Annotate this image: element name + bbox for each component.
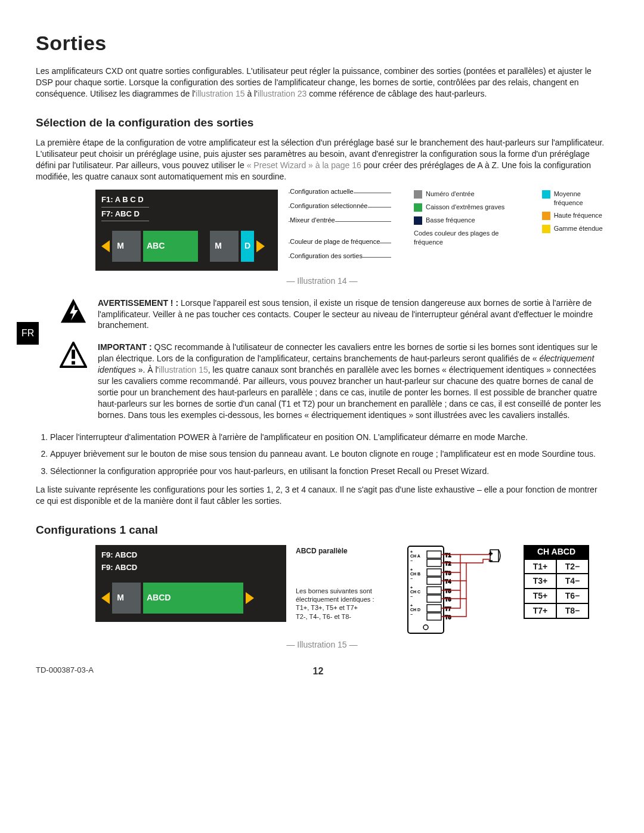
- svg-rect-16: [427, 595, 441, 602]
- step-3: Sélectionner la configuration appropriée…: [50, 466, 608, 477]
- svg-text:CH A: CH A: [410, 554, 420, 558]
- mixer-block-2: M: [210, 231, 239, 262]
- arrow-left-icon: [101, 240, 110, 252]
- terminal-table: CH ABCD T1+T2− T3+T4− T5+T6− T7+T8−: [524, 545, 589, 619]
- svg-text:−: −: [410, 594, 413, 599]
- warning-text: AVERTISSEMENT ! : Lorsque l'appareil est…: [98, 298, 608, 332]
- important-label: IMPORTANT :: [98, 342, 152, 352]
- svg-rect-3: [72, 350, 75, 359]
- terminal-header: CH ABCD: [524, 545, 589, 559]
- leader-2: Configuration sélectionnée: [290, 202, 367, 210]
- note-3: T2-, T4-, T6- et T8-: [296, 612, 397, 621]
- wiring-diagram: T1 T2 T3 T4 T5 T6 T7 T8 +CH A− +CH B− +C…: [407, 545, 514, 634]
- xref-illus-15: illustration 15: [196, 89, 245, 98]
- illus15-notes: ABCD parallèle Les bornes suivantes sont…: [296, 545, 397, 621]
- svg-text:−: −: [410, 577, 413, 581]
- illus-14-leaders: Configuration actuelle Configuration sél…: [289, 190, 391, 271]
- section-heading-2: Configurations 1 canal: [36, 522, 608, 538]
- intro-paragraph: Les amplificateurs CXD ont quatre sortie…: [36, 66, 608, 100]
- svg-text:+: +: [489, 550, 493, 557]
- swatch-cyan: [542, 190, 550, 199]
- intro-end: comme référence de câblage des haut-parl…: [306, 89, 487, 98]
- illustration-15: F9: ABCD F9: ABCD M ABCD ABCD parallèle …: [95, 545, 608, 634]
- illustration-14: F1: A B C D F7: ABC D M ABC M D Configur…: [95, 190, 608, 271]
- svg-text:T3: T3: [445, 570, 451, 576]
- page-number: 12: [313, 665, 324, 678]
- arrow-right-icon: [256, 240, 265, 252]
- svg-text:−: −: [410, 559, 413, 563]
- svg-rect-6: [427, 551, 441, 558]
- important-text: IMPORTANT : QSC recommande à l'utilisate…: [98, 342, 608, 420]
- svg-text:−: −: [410, 612, 413, 617]
- legend-lc: Basse fréquence: [426, 216, 475, 225]
- note-1: Les bornes suivantes sont électriquement…: [296, 587, 397, 604]
- t2: T2−: [556, 559, 589, 574]
- caption-15: — Illustration 15 —: [36, 639, 608, 651]
- important-row: IMPORTANT : QSC recommande à l'utilisate…: [36, 342, 608, 420]
- lcd-current: F1: A B C D: [101, 194, 272, 205]
- note-2: T1+, T3+, T5+ et T7+: [296, 603, 397, 612]
- legend-ra: Moyenne fréquence: [554, 190, 608, 208]
- svg-text:+: +: [410, 568, 413, 572]
- swatch-yellow: [542, 225, 550, 233]
- leader-3: Mixeur d'entrée: [290, 216, 335, 225]
- t1: T1+: [524, 559, 556, 574]
- arrow-left-icon: [101, 592, 110, 604]
- legend-lb: Caisson d'extrêmes graves: [426, 203, 504, 212]
- legend-col-right: Moyenne fréquence Haute fréquence Gamme …: [542, 190, 608, 271]
- lcd-screen-15: F9: ABCD F9: ABCD M ABCD: [95, 545, 286, 622]
- svg-rect-18: [427, 605, 441, 612]
- warning-label: AVERTISSEMENT ! :: [98, 298, 178, 308]
- svg-text:CH C: CH C: [410, 590, 420, 594]
- doc-number: TD-000387-03-A: [36, 665, 94, 678]
- svg-text:T5: T5: [445, 588, 451, 594]
- svg-text:+: +: [410, 550, 413, 554]
- svg-text:T7: T7: [445, 606, 451, 612]
- swatch-green: [414, 203, 422, 212]
- svg-text:T8: T8: [445, 614, 451, 620]
- step-2: Appuyer brièvement sur le bouton de mise…: [50, 448, 608, 460]
- lcd15-row: M ABCD: [101, 583, 280, 614]
- imp-a: QSC recommande à l'utilisateur de connec…: [98, 342, 597, 363]
- lcd-selected: F7: ABC D: [101, 207, 149, 221]
- lcd15-selected: F9: ABCD: [101, 562, 137, 573]
- imp-b: ». À l': [136, 365, 159, 374]
- svg-rect-8: [427, 559, 441, 566]
- xref-preset-wizard: « Preset Wizard » à la page 16: [247, 160, 361, 170]
- svg-text:T6: T6: [445, 596, 451, 602]
- xref-illus-15b: illustration 15: [159, 365, 208, 374]
- swatch-gray: [414, 190, 422, 199]
- t3: T3+: [524, 574, 556, 589]
- output-block-abcd: ABCD: [143, 583, 243, 614]
- legend-la: Numéro d'entrée: [426, 190, 475, 199]
- legend-footer: Codes couleur des plages de fréquence: [414, 229, 524, 247]
- intro-mid: à l': [245, 89, 258, 98]
- warning-row: AVERTISSEMENT ! : Lorsque l'appareil est…: [36, 298, 608, 332]
- swatch-orange: [542, 212, 550, 220]
- t4: T4−: [556, 574, 589, 589]
- t6: T6−: [556, 589, 589, 603]
- lcd15-current: F9: ABCD: [101, 550, 280, 561]
- mixer-block: M: [112, 583, 141, 614]
- mixer-block-1: M: [112, 231, 141, 262]
- caution-icon: [60, 342, 87, 369]
- section-heading-1: Sélection de la configuration des sortie…: [36, 115, 608, 131]
- svg-text:T1: T1: [445, 552, 451, 558]
- leader-5: Configuration des sorties: [290, 252, 363, 261]
- lcd-screen: F1: A B C D F7: ABC D M ABC M D: [95, 190, 278, 271]
- m-label-2: M: [213, 240, 223, 252]
- leader-1: Configuration actuelle: [290, 187, 353, 196]
- t8: T8−: [556, 603, 589, 618]
- illus15-heading: ABCD parallèle: [296, 546, 397, 556]
- steps-list: Placer l'interrupteur d'alimentation POW…: [50, 432, 608, 478]
- page-title: Sorties: [36, 30, 608, 57]
- caption-14: — Illustration 14 —: [36, 275, 608, 287]
- legend-rc: Gamme étendue: [554, 224, 603, 233]
- svg-text:+: +: [410, 586, 413, 590]
- m-label-1: M: [116, 240, 125, 252]
- svg-text:T2: T2: [445, 561, 451, 566]
- output-block-abc: ABC: [143, 231, 198, 262]
- xref-illus-23: illustration 23: [258, 89, 307, 98]
- terminal-grid: T1+T2− T3+T4− T5+T6− T7+T8−: [524, 559, 589, 620]
- step-1: Placer l'interrupteur d'alimentation POW…: [50, 432, 608, 443]
